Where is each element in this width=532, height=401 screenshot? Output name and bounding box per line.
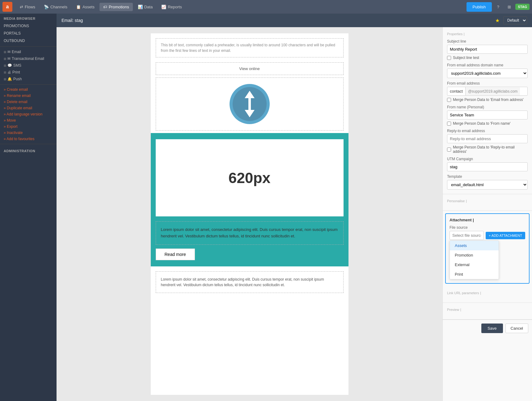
nav-assets[interactable]: 📋 Assets [72,3,98,11]
sidebar-tree-email[interactable]: ⊞ ✉ Email [0,48,57,55]
rename-email-link[interactable]: » Rename email [0,93,57,99]
publish-button[interactable]: Publish [467,2,492,12]
link-url-title[interactable]: Link URL parameters | [447,290,528,295]
merge-person-reply-checkbox[interactable] [447,148,451,152]
sidebar: MEDIA BROWSER PROMOTIONS PORTALS OUTBOUN… [0,14,57,401]
merge-person-reply-label: Merge Person Data to 'Reply-to email add… [453,145,528,154]
personalise-section: Personalise | [443,194,532,211]
expand-icon-5: ⊞ [4,77,6,81]
sidebar-email-label: Email [12,50,21,54]
sidebar-promotions-label: PROMOTIONS [4,24,29,28]
nav-promotions[interactable]: 🏷 Promotions [99,3,133,11]
email-canvas-wrapper: This bit of text, commonly called a preh… [57,27,442,401]
dropdown-promotion[interactable]: Promotion [450,250,499,260]
sidebar-item-portals[interactable]: PORTALS [0,30,57,37]
sidebar-item-promotions[interactable]: PROMOTIONS [0,22,57,30]
preview-section: Preview | [443,303,532,320]
subject-line-test-label: Subject line test [453,56,479,60]
add-favourites-link[interactable]: » Add to favourites [0,136,57,142]
nav-reports[interactable]: 📈 Reports [158,3,186,11]
sms-icon: 💬 [7,63,12,68]
file-source-label: File source [450,225,525,230]
body-text-block[interactable]: Lorem ipsum dolor sit amet, consectetur … [156,221,344,245]
cancel-button[interactable]: Cancel [505,324,528,333]
promotions-icon: 🏷 [103,5,107,9]
right-panel: Properties | Subject line Subject line t… [442,27,532,401]
image-placeholder[interactable]: 620px [156,139,344,216]
sidebar-item-outbound[interactable]: OUTBOUND [0,37,57,44]
preheader-block[interactable]: This bit of text, commonly called a preh… [156,38,344,57]
from-name-input[interactable] [447,111,528,119]
inactivate-link[interactable]: » Inactivate [0,130,57,136]
sidebar-tree-transactional-email[interactable]: ⊞ ✉ Transactional Email [0,55,57,62]
image-size-label: 620px [228,169,270,186]
expand-icon-2: ⊞ [4,57,6,61]
from-name-label: From name (Personal) [447,105,528,109]
sidebar-sms-label: SMS [13,63,21,68]
from-email-label: From email address [447,81,528,86]
expand-icon-3: ⊞ [4,64,6,67]
trans-email-icon: ✉ [7,56,11,61]
content-area: Email: stag ★ Default This bit of text, … [57,14,532,401]
logo-inner [233,87,267,121]
subject-line-label: Subject line [447,39,528,44]
teal-section: 620px Lorem ipsum dolor sit amet, consec… [151,133,348,266]
dropdown-external[interactable]: External [450,260,499,269]
nav-flows[interactable]: ⇄ Flows [16,3,39,11]
from-email-field: contact @support2019.agilliclabs.com [447,87,528,96]
read-more-button[interactable]: Read more [156,249,195,260]
channels-icon: 📡 [44,5,49,9]
email-icon: ✉ [7,50,11,54]
reply-to-label: Reply-to email address [447,129,528,133]
footer-text-block[interactable]: Lorem ipsum dolor sit amet, consectetur … [156,271,344,293]
template-select[interactable]: email_default.html [447,180,528,190]
from-email-prefix: contact [447,87,466,95]
subject-line-test-checkbox[interactable] [447,56,451,60]
sidebar-tree-push[interactable]: ⊞ 🔔 Push [0,76,57,82]
create-email-link[interactable]: » Create email [0,86,57,93]
move-link[interactable]: » Move [0,117,57,123]
reply-to-input[interactable] [447,134,528,143]
dropdown-assets[interactable]: Assets [450,241,499,250]
sidebar-tree-sms[interactable]: ⊞ 💬 SMS [0,62,57,69]
help-icon[interactable]: ? [493,2,503,12]
grid-icon[interactable]: ⊞ [504,2,514,12]
delete-email-link[interactable]: » Delete email [0,99,57,105]
view-online-bar[interactable]: View online [156,62,344,75]
preview-title[interactable]: Preview | [447,307,528,312]
merge-person-from-label: Merge Person Data to 'Email from address… [453,98,524,102]
utm-campaign-label: UTM Campaign [447,157,528,161]
sidebar-tree-print[interactable]: ⊞ 🖨 Print [0,69,57,76]
from-domain-label: From email address domain name [447,63,528,67]
data-icon: 📊 [138,5,143,9]
sidebar-transactional-email-label: Transactional Email [12,56,44,61]
duplicate-email-link[interactable]: » Duplicate email [0,105,57,111]
default-dropdown[interactable]: Default [503,16,527,24]
add-attachment-button[interactable]: + ADD ATTACHMENT [486,232,525,239]
merge-person-from-name-label: Merge Person Data to 'From name' [453,121,511,126]
logo-area[interactable] [156,77,344,131]
nav-channels[interactable]: 📡 Channels [40,3,71,11]
dropdown-print[interactable]: Print [450,269,499,279]
from-domain-select[interactable]: support2019.agilliclabs.com [447,69,528,78]
sidebar-print-label: Print [12,70,20,74]
utm-campaign-input[interactable] [447,162,528,171]
nav-data[interactable]: 📊 Data [134,3,156,11]
template-label: Template [447,174,528,179]
reports-icon: 📈 [161,5,166,9]
file-source-input[interactable] [450,231,484,240]
down-arrow-icon [243,102,256,119]
merge-person-from-checkbox[interactable] [447,98,451,102]
favourite-star-icon[interactable]: ★ [495,18,500,23]
merge-person-from-name-checkbox[interactable] [447,122,451,126]
app-logo[interactable]: a [2,2,12,12]
subject-line-input[interactable] [447,45,528,54]
svg-marker-1 [245,103,255,117]
export-link[interactable]: » Export [0,123,57,130]
personalise-title[interactable]: Personalise | [447,198,528,203]
save-button[interactable]: Save [481,324,503,333]
print-icon: 🖨 [7,70,11,74]
add-language-link[interactable]: » Add language version [0,111,57,117]
file-source-row: + ADD ATTACHMENT [450,231,525,240]
properties-title: Properties | [447,31,528,36]
